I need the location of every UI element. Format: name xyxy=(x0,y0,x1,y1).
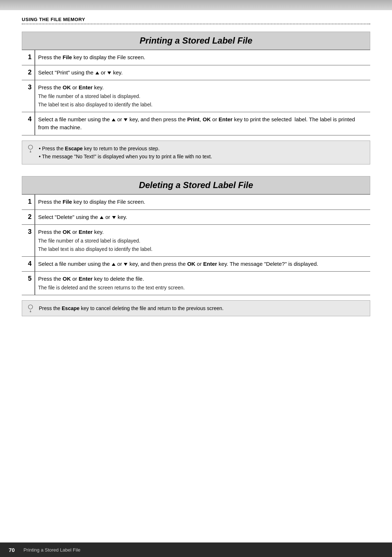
triangle-up-icon xyxy=(112,118,115,121)
step-content: Press the File key to display the File s… xyxy=(35,50,370,65)
triangle-down-icon xyxy=(124,118,127,121)
svg-point-3 xyxy=(28,305,33,309)
step-content: Press the OK or Enter key to delete the … xyxy=(35,272,370,295)
table-row: 2 Select "Print" using the or key. xyxy=(22,65,370,80)
deleting-section-title: Deleting a Stored Label File xyxy=(22,176,370,194)
spacer xyxy=(22,295,370,300)
step-number: 1 xyxy=(22,50,35,65)
step-number: 2 xyxy=(22,65,35,80)
step-content: Select a file number using the or key, a… xyxy=(35,256,370,272)
content-area: Printing a Stored Label File 1 Press the… xyxy=(0,32,392,316)
svg-point-0 xyxy=(28,145,33,149)
step-number: 3 xyxy=(22,80,35,112)
step-content: Press the OK or Enter key. The file numb… xyxy=(35,225,370,257)
step-content: Select a file number using the or key, a… xyxy=(35,112,370,135)
note-icon xyxy=(26,145,34,153)
printing-section: Printing a Stored Label File 1 Press the… xyxy=(22,32,370,164)
printing-note-1: • Press the Escape key to return to the … xyxy=(39,145,364,153)
spacer xyxy=(22,135,370,141)
triangle-down-icon xyxy=(107,72,111,74)
triangle-up-icon xyxy=(112,263,115,266)
step-content: Press the OK or Enter key. The file numb… xyxy=(35,80,370,112)
table-row: 1 Press the File key to display the File… xyxy=(22,195,370,210)
printing-note-2: • The message "No Text!" is displayed wh… xyxy=(39,153,364,160)
footer-label: Printing a Stored Label File xyxy=(24,547,81,553)
step-number: 1 xyxy=(22,195,35,210)
top-bar xyxy=(0,0,392,10)
printing-section-title: Printing a Stored Label File xyxy=(22,32,370,50)
triangle-down-icon xyxy=(112,216,116,219)
step-number: 2 xyxy=(22,210,35,225)
table-row: 4 Select a file number using the or key,… xyxy=(22,112,370,135)
table-row: 2 Select "Delete" using the or key. xyxy=(22,210,370,225)
step-number: 5 xyxy=(22,272,35,295)
step-number: 4 xyxy=(22,256,35,272)
step-content: Select "Print" using the or key. xyxy=(35,65,370,80)
deleting-steps-table: 1 Press the File key to display the File… xyxy=(22,194,370,295)
note-icon xyxy=(26,304,34,312)
deleting-note-1: Press the Escape key to cancel deleting … xyxy=(39,304,364,312)
table-row: 1 Press the File key to display the File… xyxy=(22,50,370,65)
table-row: 3 Press the OK or Enter key. The file nu… xyxy=(22,225,370,257)
triangle-down-icon xyxy=(124,263,127,266)
deleting-section: Deleting a Stored Label File 1 Press the… xyxy=(22,176,370,316)
printing-steps-table: 1 Press the File key to display the File… xyxy=(22,50,370,135)
table-row: 4 Select a file number using the or key,… xyxy=(22,256,370,272)
table-row: 3 Press the OK or Enter key. The file nu… xyxy=(22,80,370,112)
footer-bar: 70 Printing a Stored Label File xyxy=(0,542,392,557)
step-content: Press the File key to display the File s… xyxy=(35,195,370,210)
printing-note-box: • Press the Escape key to return to the … xyxy=(22,141,370,165)
page-header: USING THE FILE MEMORY xyxy=(0,10,392,32)
triangle-up-icon xyxy=(95,72,99,74)
dotted-rule xyxy=(22,24,370,24)
step-number: 3 xyxy=(22,225,35,257)
section-label: USING THE FILE MEMORY xyxy=(22,17,370,22)
deleting-note-box: Press the Escape key to cancel deleting … xyxy=(22,300,370,316)
table-row: 5 Press the OK or Enter key to delete th… xyxy=(22,272,370,295)
step-number: 4 xyxy=(22,112,35,135)
triangle-up-icon xyxy=(100,216,103,219)
page-number: 70 xyxy=(9,547,15,553)
spacer xyxy=(22,171,370,176)
step-content: Select "Delete" using the or key. xyxy=(35,210,370,225)
